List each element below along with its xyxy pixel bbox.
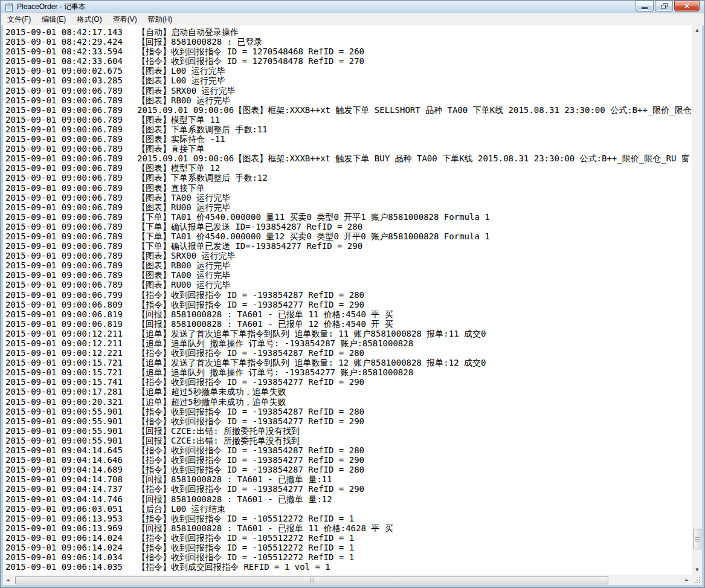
thumb-grip-icon xyxy=(695,537,700,541)
menu-item-2[interactable]: 格式(O) xyxy=(71,13,107,25)
vertical-scrollbar[interactable]: ▲ ▼ xyxy=(692,25,702,575)
log-line: 2015-09-01 09:06:14.035 【指令】收到成交回报指令 REF… xyxy=(5,562,692,572)
menu-item-1[interactable]: 编辑(E) xyxy=(36,13,71,25)
restore-button[interactable] xyxy=(655,1,673,11)
log-timestamp: 2015-09-01 09:00:06.789 xyxy=(5,124,137,134)
scroll-up-icon: ▲ xyxy=(695,28,698,33)
log-message: 【图表】TA00 运行完毕 xyxy=(137,193,230,202)
menu-item-0[interactable]: 文件(F) xyxy=(2,13,36,25)
log-line: 2015-09-01 09:00:06.789 【图表】TA00 运行完毕 xyxy=(5,193,692,202)
log-line: 2015-09-01 09:00:55.901 【回报】CZCE:出错: 所撤委… xyxy=(5,426,692,436)
log-timestamp: 2015-09-01 09:00:06.789 xyxy=(5,222,137,231)
log-line: 2015-09-01 09:06:14.024 【指令】收到回报指令 ID = … xyxy=(5,543,692,552)
log-line: 2015-09-01 09:04:14.746 【回报】8581000828 :… xyxy=(5,494,692,504)
text-area[interactable]: 2015-09-01 08:42:17.143 【自动】启动自动登录操作 201… xyxy=(3,25,692,575)
log-timestamp: 2015-09-01 09:04:14.708 xyxy=(5,474,137,484)
log-timestamp: 2015-09-01 09:04:14.737 xyxy=(5,484,137,494)
log-line: 2015-09-01 09:00:06.789 【图表】模型下单 12 xyxy=(5,163,692,173)
log-timestamp: 2015-09-01 09:00:06.789 xyxy=(5,231,137,241)
log-line: 2015-09-01 09:00:15.721 【追单】发送了首次追单下单指令到… xyxy=(5,358,692,367)
log-timestamp: 2015-09-01 09:00:06.789 xyxy=(5,241,137,251)
log-timestamp: 2015-09-01 09:00:12.221 xyxy=(5,348,137,358)
close-button[interactable]: ✕ xyxy=(674,1,700,11)
log-timestamp: 2015-09-01 09:00:06.789 xyxy=(5,134,137,144)
log-message: 【指令】收到回报指令 ID = -193854277 RefID = 290 xyxy=(137,484,364,494)
log-message: 【图表】直接下单 xyxy=(137,183,205,193)
log-timestamp: 2015-09-01 09:00:55.901 xyxy=(5,436,137,445)
log-line: 2015-09-01 09:04:14.646 【指令】收到回报指令 ID = … xyxy=(5,455,692,465)
log-message: 【自动】启动自动登录操作 xyxy=(137,27,239,37)
scroll-up-button[interactable]: ▲ xyxy=(692,25,702,35)
log-line: 2015-09-01 09:06:13.953 【指令】收到回报指令 ID = … xyxy=(5,514,692,523)
minimize-icon xyxy=(642,7,648,9)
log-timestamp: 2015-09-01 09:00:06.819 xyxy=(5,319,137,329)
log-message: 【指令】收到回报指令 ID = -105512272 RefID = 1 xyxy=(137,533,354,543)
log-message: 【图表】RB00 运行完毕 xyxy=(137,95,230,105)
log-line: 2015-09-01 09:00:06.789 【图表】实际持仓 -11 xyxy=(5,134,692,144)
log-line: 2015-09-01 09:00:06.799 【指令】收到回报指令 ID = … xyxy=(5,290,692,300)
log-message: 【指令】收到回报指令 ID = -193854287 RefID = 280 xyxy=(137,290,364,300)
horizontal-scroll-thumb[interactable] xyxy=(15,576,608,584)
log-line: 2015-09-01 09:00:15.721 【追单】追单队列 撤单操作 订单… xyxy=(5,367,692,377)
log-line: 2015-09-01 09:06:13.969 【回报】8581000828 :… xyxy=(5,523,692,533)
vertical-scroll-thumb[interactable] xyxy=(693,529,701,549)
log-timestamp: 2015-09-01 09:00:06.789 xyxy=(5,202,137,212)
log-timestamp: 2015-09-01 09:06:13.953 xyxy=(5,514,137,523)
log-line: 2015-09-01 09:00:06.789 【下单】TA01 价4540.0… xyxy=(5,212,692,222)
log-message: 【指令】收到回报指令 ID = -193854277 RefID = 290 xyxy=(137,377,364,387)
log-message: 【图表】下单系数调整后 手数:12 xyxy=(137,173,268,183)
log-line: 2015-09-01 09:04:14.689 【指令】收到回报指令 ID = … xyxy=(5,465,692,474)
minimize-button[interactable] xyxy=(636,1,654,11)
log-message: 【回报】8581000828 : TA601 - 已撤单 量:12 xyxy=(137,494,332,504)
log-line: 2015-09-01 09:00:06.789 【图表】RB00 运行完毕 xyxy=(5,260,692,270)
log-message: 【下单】TA01 价4540.000000 量11 买卖0 类型0 开平1 账户… xyxy=(137,212,490,222)
log-timestamp: 2015-09-01 09:00:06.789 xyxy=(5,270,137,280)
notepad-icon xyxy=(5,2,13,11)
log-message: 【回报】8581000828 : TA601 - 已报单 11 价格:4540 … xyxy=(137,309,393,319)
log-message: 【追单】追单队列 撤单操作 订单号: -193854287 账户:8581000… xyxy=(137,338,413,348)
log-line: 2015-09-01 09:00:06.789 【下单】确认报单已发送 ID=-… xyxy=(5,241,692,251)
log-message: 【图表】直接下单 xyxy=(137,144,205,153)
log-line: 2015-09-01 09:00:06.789 【图表】直接下单 xyxy=(5,144,692,153)
menu-bar: 文件(F)编辑(E)格式(O)查看(V)帮助(H) xyxy=(1,13,704,25)
log-timestamp: 2015-09-01 09:00:55.901 xyxy=(5,407,137,416)
log-line: 2015-09-01 09:00:17.281 【追单】超过5秒撤单未成功，追单… xyxy=(5,387,692,396)
log-timestamp: 2015-09-01 09:06:14.034 xyxy=(5,552,137,562)
log-line: 2015-09-01 09:00:55.901 【回报】CZCE:出错: 所撤委… xyxy=(5,436,692,445)
log-message: 【图表】下单系数调整后 手数:11 xyxy=(137,124,268,134)
log-message: 【指令】收到回报指令 ID = -193854277 RefID = 290 xyxy=(137,416,364,426)
log-line: 2015-09-01 09:04:14.645 【指令】收到回报指令 ID = … xyxy=(5,445,692,455)
log-message: 【指令】收到回报指令 ID = -193854277 RefID = 290 xyxy=(137,300,364,309)
resize-grip[interactable] xyxy=(692,575,702,585)
scroll-right-button[interactable]: ► xyxy=(682,575,692,585)
log-message: 【追单】追单队列 撤单操作 订单号: -193854277 账户:8581000… xyxy=(137,367,413,377)
log-message: 【追单】发送了首次追单下单指令到队列 追单数量: 12 账户8581000828… xyxy=(137,358,486,367)
log-line: 2015-09-01 09:00:06.789 【下单】确认报单已发送 ID=-… xyxy=(5,222,692,231)
horizontal-scrollbar[interactable]: ◄ ► xyxy=(3,575,692,585)
log-message: 【图表】L00 运行完毕 xyxy=(137,76,225,85)
scroll-left-button[interactable]: ◄ xyxy=(3,575,13,585)
menu-item-4[interactable]: 帮助(H) xyxy=(143,13,178,25)
title-bar[interactable]: PleaceOrder - 记事本 ✕ xyxy=(1,1,704,13)
log-message: 2015.09.01 09:00:06【图表】框架:XXXB++xt 触发下单 … xyxy=(137,105,692,115)
log-timestamp: 2015-09-01 08:42:33.594 xyxy=(5,47,137,56)
log-message: 【图表】SRX00 运行完毕 xyxy=(137,251,236,260)
menu-item-3[interactable]: 查看(V) xyxy=(108,13,143,25)
log-timestamp: 2015-09-01 09:06:14.024 xyxy=(5,543,137,552)
scroll-down-button[interactable]: ▼ xyxy=(692,565,702,575)
log-message: 【追单】超过5秒撤单未成功，追单失败 xyxy=(137,397,286,407)
log-message: 【图表】TA00 运行完毕 xyxy=(137,270,230,280)
log-timestamp: 2015-09-01 09:04:14.645 xyxy=(5,445,137,455)
log-timestamp: 2015-09-01 09:00:03.285 xyxy=(5,76,137,85)
log-message: 【追单】发送了首次追单下单指令到队列 追单数量: 11 账户8581000828… xyxy=(137,329,486,338)
log-line: 2015-09-01 09:00:06.789 【图表】SRX00 运行完毕 xyxy=(5,86,692,95)
resize-grip-icon xyxy=(694,577,701,584)
log-message: 【图表】模型下单 11 xyxy=(137,115,220,124)
log-message: 【回报】CZCE:出错: 所撤委托单没有找到 xyxy=(137,426,300,436)
log-timestamp: 2015-09-01 09:00:55.901 xyxy=(5,426,137,436)
scroll-left-icon: ◄ xyxy=(6,578,9,583)
log-timestamp: 2015-09-01 09:00:06.789 xyxy=(5,260,137,270)
log-timestamp: 2015-09-01 09:00:06.789 xyxy=(5,153,137,163)
log-message: 【回报】8581000828 : TA601 - 已报单 12 价格:4540 … xyxy=(137,319,393,329)
log-line: 2015-09-01 09:00:06.789 【图表】下单系数调整后 手数:1… xyxy=(5,173,692,183)
